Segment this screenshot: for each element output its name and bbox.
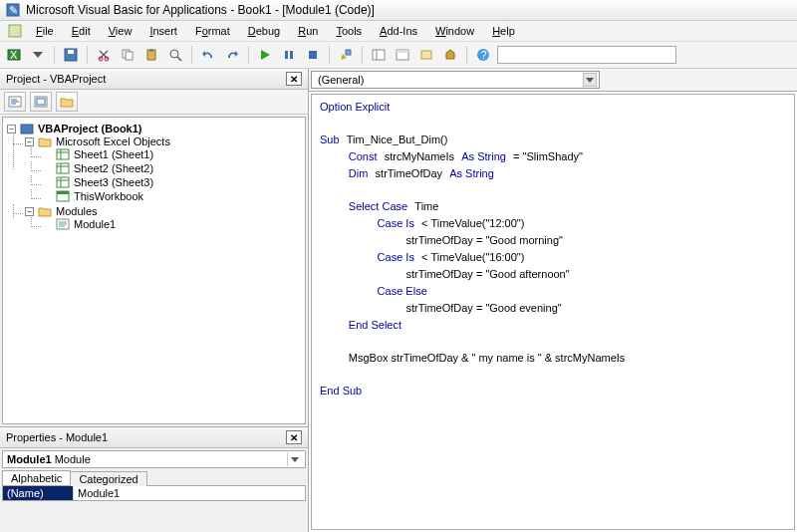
menu-edit[interactable]: Edit	[64, 23, 99, 39]
svg-line-15	[177, 57, 181, 61]
separator	[191, 46, 192, 64]
menu-debug[interactable]: Debug	[240, 23, 288, 39]
view-object-button[interactable]	[30, 92, 52, 112]
svg-rect-11	[126, 52, 133, 60]
project-explorer-title: Project - VBAProject	[6, 73, 106, 85]
menu-tools[interactable]: Tools	[328, 23, 370, 39]
view-excel-button[interactable]: X	[4, 45, 24, 65]
cut-button[interactable]	[94, 45, 114, 65]
menu-file[interactable]: File	[28, 23, 62, 39]
svg-rect-42	[57, 177, 69, 187]
svg-rect-26	[421, 51, 431, 59]
property-row[interactable]: (Name) Module1	[3, 486, 305, 500]
toggle-folders-button[interactable]	[56, 92, 78, 112]
menu-addins[interactable]: Add-Ins	[372, 23, 425, 39]
svg-rect-22	[373, 50, 385, 60]
copy-button[interactable]	[118, 45, 137, 65]
collapse-icon[interactable]: −	[25, 207, 34, 216]
collapse-icon[interactable]: −	[7, 125, 16, 133]
main-split: Project - VBAProject ✕ − VBAProject (Boo…	[0, 69, 797, 532]
properties-window-button[interactable]	[393, 45, 412, 65]
menu-window[interactable]: Window	[427, 23, 482, 39]
menu-view[interactable]: View	[101, 23, 140, 39]
help-search-combo[interactable]	[497, 46, 676, 64]
window-title: Microsoft Visual Basic for Applications …	[26, 3, 375, 17]
svg-rect-7	[68, 50, 74, 54]
project-explorer-panel: Project - VBAProject ✕ − VBAProject (Boo…	[0, 69, 308, 427]
chevron-down-icon[interactable]	[583, 73, 597, 87]
save-button[interactable]	[61, 45, 81, 65]
menu-run[interactable]: Run	[290, 23, 326, 39]
undo-button[interactable]	[198, 45, 218, 65]
tree-sheet2[interactable]: Sheet2 (Sheet2)	[43, 162, 303, 174]
separator	[329, 46, 330, 64]
svg-marker-52	[586, 78, 594, 83]
reset-button[interactable]	[303, 45, 323, 65]
insert-dropdown[interactable]	[28, 45, 48, 65]
svg-rect-17	[285, 51, 288, 59]
tree-module1[interactable]: Module1	[43, 218, 303, 230]
separator	[248, 46, 249, 64]
collapse-icon[interactable]: −	[25, 137, 34, 146]
svg-rect-18	[290, 51, 293, 59]
svg-rect-25	[397, 50, 408, 53]
tree-sheet1[interactable]: Sheet1 (Sheet1)	[43, 148, 303, 160]
tab-alphabetic[interactable]: Alphabetic	[2, 470, 71, 485]
project-tree[interactable]: − VBAProject (Book1) − Microsoft Excel O…	[2, 117, 306, 424]
project-toolbar	[0, 90, 308, 115]
menu-format[interactable]: Format	[187, 23, 238, 39]
properties-header: Properties - Module1 ✕	[0, 427, 308, 448]
break-button[interactable]	[279, 45, 299, 65]
properties-object-combo[interactable]: Module1 Module	[2, 450, 306, 468]
svg-rect-2	[9, 25, 21, 37]
design-mode-button[interactable]	[336, 45, 356, 65]
toolbar: X ?	[0, 42, 797, 69]
vbaproject-icon	[20, 123, 34, 134]
view-code-button[interactable]	[4, 92, 26, 112]
svg-rect-13	[149, 49, 153, 52]
properties-title: Properties - Module1	[6, 431, 108, 443]
help-button[interactable]: ?	[473, 45, 493, 65]
worksheet-icon	[56, 162, 70, 174]
project-explorer-button[interactable]	[369, 45, 389, 65]
object-combo[interactable]: (General)	[311, 71, 600, 89]
property-value[interactable]: Module1	[73, 486, 305, 500]
close-icon[interactable]: ✕	[286, 72, 302, 86]
separator	[362, 46, 363, 64]
title-bar: ✎ Microsoft Visual Basic for Application…	[0, 0, 797, 21]
tab-categorized[interactable]: Categorized	[70, 471, 146, 486]
toolbox-button[interactable]	[440, 45, 460, 65]
properties-grid: (Name) Module1	[2, 485, 306, 501]
system-menu-icon[interactable]	[4, 24, 26, 38]
menu-help[interactable]: Help	[484, 23, 523, 39]
tree-thisworkbook[interactable]: ThisWorkbook	[43, 190, 303, 202]
object-browser-button[interactable]	[416, 45, 436, 65]
folder-open-icon	[38, 205, 52, 217]
code-object-bar: (General)	[309, 69, 797, 92]
svg-point-14	[170, 50, 178, 58]
property-key: (Name)	[3, 486, 73, 500]
chevron-down-icon[interactable]	[287, 452, 301, 466]
menu-insert[interactable]: Insert	[141, 23, 185, 39]
svg-marker-5	[33, 52, 43, 58]
folder-open-icon	[38, 135, 52, 147]
find-button[interactable]	[165, 45, 185, 65]
paste-button[interactable]	[141, 45, 161, 65]
tree-modules[interactable]: − Modules	[25, 205, 303, 217]
run-button[interactable]	[255, 45, 275, 65]
module-icon	[56, 218, 70, 230]
tree-root[interactable]: − VBAProject (Book1)	[7, 123, 303, 134]
code-text[interactable]: Option Explicit Sub Tim_Nice_But_Dim() C…	[312, 95, 794, 403]
redo-button[interactable]	[222, 45, 242, 65]
svg-rect-39	[57, 163, 69, 173]
close-icon[interactable]: ✕	[286, 430, 302, 444]
worksheet-icon	[56, 176, 70, 188]
code-editor[interactable]: Option Explicit Sub Tim_Nice_But_Dim() C…	[311, 94, 795, 530]
tree-sheet3[interactable]: Sheet3 (Sheet3)	[43, 176, 303, 188]
app-icon: ✎	[6, 3, 20, 17]
tree-excel-objects[interactable]: − Microsoft Excel Objects	[25, 135, 303, 147]
code-pane: (General) Option Explicit Sub Tim_Nice_B…	[309, 69, 797, 532]
svg-rect-35	[21, 125, 33, 133]
svg-marker-51	[291, 457, 299, 462]
separator	[466, 46, 467, 64]
